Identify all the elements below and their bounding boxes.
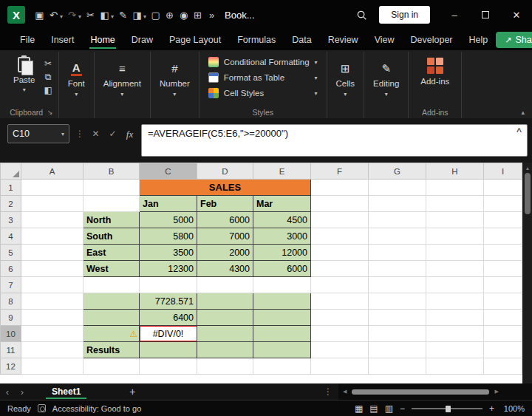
format-painter-icon[interactable]: ◧ [98,10,112,21]
menu-tab-file[interactable]: File [12,30,43,50]
conditional-formatting-button[interactable]: Conditional Formatting ▾ [204,55,322,69]
undo-dropdown-icon[interactable]: ▾ [60,13,63,20]
overflow-icon[interactable]: » [205,10,219,21]
cell-A2[interactable] [21,196,83,212]
row-header-7[interactable]: 7 [1,277,21,293]
cell-D6[interactable]: 4300 [197,261,253,277]
cell-F1[interactable] [311,180,369,196]
scroll-right-icon[interactable]: ▶ [493,389,499,395]
camera-icon[interactable]: ◉ [177,10,191,21]
row-header-1[interactable]: 1 [1,180,21,196]
collapse-ribbon-icon[interactable]: ▴ [521,109,525,116]
formula-input[interactable]: =AVERAGEIF(C5:E6,">=20000") ^ [141,124,528,157]
warning-icon[interactable]: ⚠ [129,329,137,339]
cell-A11[interactable] [21,342,83,358]
cut-icon[interactable]: ✂ [83,10,98,21]
ribbon-group-number[interactable]: # Number ▾ [151,52,200,118]
cell-B7[interactable] [83,277,140,293]
minimize-button[interactable]: – [439,0,470,30]
cell-I8[interactable] [484,293,522,310]
undo-icon[interactable]: ↶ [47,10,61,21]
redo-icon[interactable]: ↷ [65,10,79,21]
column-header-F[interactable]: F [311,163,369,180]
cell-D5[interactable]: 2000 [197,245,253,261]
search-icon[interactable] [356,10,367,21]
next-sheet-icon[interactable]: › [15,383,30,400]
cell-D8[interactable] [197,293,253,310]
normal-view-icon[interactable]: ▦ [355,404,363,413]
cell-H6[interactable] [426,261,484,277]
cell-C1[interactable]: SALES [140,180,311,196]
cell-D12[interactable] [197,358,253,375]
paste-button[interactable]: Paste ▾ [9,53,41,93]
cell-D9[interactable] [197,310,253,326]
cell-I9[interactable] [484,310,522,326]
workbook-title[interactable]: Book... [225,10,254,21]
horizontal-scrollbar[interactable]: ◀ ▶ [338,383,532,400]
cell-A8[interactable] [21,293,83,310]
cell-C7[interactable] [140,277,197,293]
cell-H12[interactable] [426,358,484,375]
column-header-E[interactable]: E [253,163,311,180]
ribbon-group-cells[interactable]: ⊞ Cells ▾ [327,52,365,118]
menu-tab-page-layout[interactable]: Page Layout [161,30,229,50]
cell-B5[interactable]: East [83,245,140,261]
menu-tab-data[interactable]: Data [284,30,319,50]
cell-F9[interactable] [311,310,369,326]
cell-H1[interactable] [426,180,484,196]
cell-F2[interactable] [311,196,369,212]
cell-E2[interactable]: Mar [253,196,311,212]
cell-C11[interactable] [140,342,197,358]
redo-dropdown-icon[interactable]: ▾ [78,13,81,20]
column-header-G[interactable]: G [369,163,426,180]
format-painter-icon[interactable]: ◧ [44,86,52,95]
cell-E9[interactable] [253,310,311,326]
cell-B6[interactable]: West [83,261,140,277]
cell-I3[interactable] [484,212,522,228]
menu-tab-view[interactable]: View [366,30,403,50]
draw-icon[interactable]: ✎ [116,10,130,21]
column-header-C[interactable]: C [140,163,197,180]
cell-E12[interactable] [253,358,311,375]
fill-color-dropdown-icon[interactable]: ▾ [143,13,146,20]
format-painter-dropdown-icon[interactable]: ▾ [111,13,114,20]
sheet-options-icon[interactable]: ⋮ [318,383,338,400]
row-header-8[interactable]: 8 [1,293,21,310]
cell-D2[interactable]: Feb [197,196,253,212]
cell-F6[interactable] [311,261,369,277]
menu-tab-formulas[interactable]: Formulas [229,30,284,50]
cell-H11[interactable] [426,342,484,358]
insert-function-icon[interactable]: fx [124,129,135,140]
insert-icon[interactable]: ⊕ [163,10,177,21]
column-header-H[interactable]: H [426,163,484,180]
sign-in-button[interactable]: Sign in [379,6,430,24]
cell-E8[interactable] [253,293,311,310]
cell-I1[interactable] [484,180,522,196]
zoom-in-icon[interactable]: + [489,403,494,414]
zoom-slider-thumb[interactable] [446,406,451,412]
cell-F8[interactable] [311,293,369,310]
menu-tab-help[interactable]: Help [461,30,497,50]
cell-E7[interactable] [253,277,311,293]
collapse-formula-bar-icon[interactable]: ^ [516,126,522,137]
ribbon-group-editing[interactable]: ✎ Editing ▾ [364,52,409,118]
cell-E10[interactable] [253,326,311,342]
cell-G4[interactable] [369,228,426,245]
vertical-scrollbar-thumb[interactable] [525,173,531,214]
row-header-11[interactable]: 11 [1,342,21,358]
cell-A4[interactable] [21,228,83,245]
zoom-out-icon[interactable]: − [400,403,405,414]
name-box[interactable]: C10 ▾ [7,124,69,143]
cell-A10[interactable] [21,326,83,342]
new-sheet-button[interactable]: + [122,383,143,400]
scroll-up-icon[interactable]: ▲ [525,163,531,173]
cell-C2[interactable]: Jan [140,196,197,212]
cell-H4[interactable] [426,228,484,245]
cell-I10[interactable] [484,326,522,342]
cell-B8[interactable] [83,293,140,310]
cell-C10[interactable]: #DIV/0! [140,326,197,342]
cell-H9[interactable] [426,310,484,326]
accessibility-icon[interactable] [38,404,46,412]
cell-I12[interactable] [484,358,522,375]
row-header-6[interactable]: 6 [1,261,21,277]
